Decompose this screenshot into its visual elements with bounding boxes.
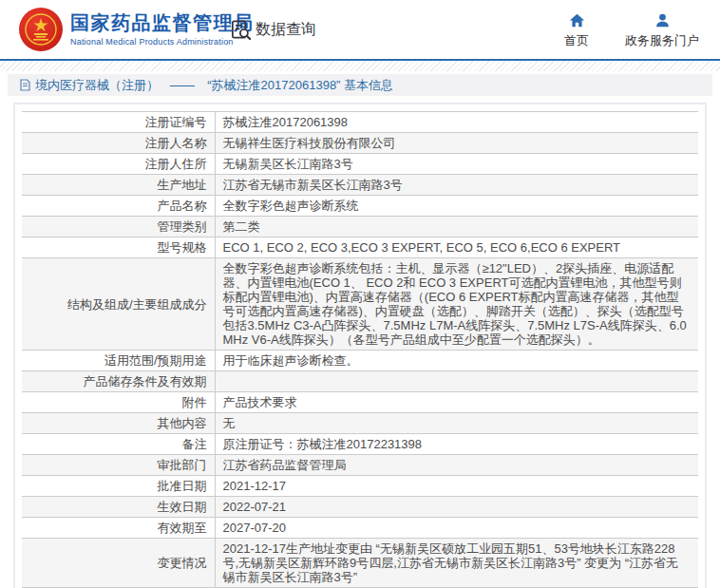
- user-icon: [654, 12, 671, 28]
- row-value: 江苏省无锡市新吴区长江南路3号: [215, 175, 698, 196]
- breadcrumb-detail: “苏械注准20172061398” 基本信息: [207, 78, 393, 92]
- breadcrumb-category: 境内医疗器械（注册）: [35, 78, 159, 92]
- table-row: 审批部门江苏省药品监督管理局: [22, 455, 698, 476]
- row-value: 2027-07-20: [215, 518, 698, 539]
- row-label: 管理类别: [22, 217, 215, 237]
- row-label: 产品储存条件及有效期: [22, 371, 215, 392]
- national-emblem-icon: [25, 13, 57, 46]
- data-query-button[interactable]: 数据查询: [230, 19, 316, 41]
- table-row: 批准日期2021-12-17: [22, 476, 698, 497]
- hatch-texture-band: [0, 61, 720, 71]
- row-label: 生效日期: [22, 497, 215, 518]
- row-label: 批准日期: [22, 476, 215, 497]
- row-label: 生产地址: [22, 175, 215, 196]
- nav-home[interactable]: 首页: [564, 12, 589, 49]
- data-query-icon: [230, 19, 252, 41]
- row-label: 备注: [22, 434, 215, 455]
- breadcrumb-dash: ——: [170, 78, 195, 92]
- nav-gov-portal[interactable]: 政务服务门户: [625, 12, 699, 49]
- table-row: 产品储存条件及有效期: [22, 371, 698, 392]
- table-row: 注册人名称无锡祥生医疗科技股份有限公司: [22, 133, 698, 154]
- table-row: 管理类别第二类: [22, 217, 698, 237]
- org-name-cn: 国家药品监督管理局: [70, 11, 255, 34]
- nav-gov-portal-label: 政务服务门户: [625, 32, 699, 49]
- row-value: 无锡祥生医疗科技股份有限公司: [215, 133, 698, 154]
- row-label: 注册人名称: [22, 133, 215, 154]
- row-label: 其他内容: [22, 413, 215, 434]
- table-row: 有效期至2027-07-20: [22, 518, 698, 539]
- row-label: 附件: [22, 392, 215, 413]
- registration-info-panel: 注册证编号苏械注准20172061398注册人名称无锡祥生医疗科技股份有限公司注…: [13, 103, 707, 588]
- org-title-block: 国家药品监督管理局 National Medical Products Admi…: [70, 11, 255, 47]
- row-label: 有效期至: [22, 518, 215, 539]
- data-query-label: 数据查询: [256, 20, 316, 40]
- row-value: 第二类: [215, 217, 698, 237]
- row-label: 适用范围/预期用途: [22, 351, 215, 371]
- row-value: 全数字彩色超声诊断系统: [215, 196, 698, 217]
- table-row: 生产地址江苏省无锡市新吴区长江南路3号: [22, 175, 698, 196]
- nmpa-emblem-logo: [19, 8, 63, 51]
- row-value: 江苏省药品监督管理局: [215, 455, 698, 476]
- row-label: 审批部门: [22, 455, 215, 476]
- row-value: 2022-07-21: [215, 497, 698, 518]
- table-row: 生效日期2022-07-21: [22, 497, 698, 518]
- document-icon: [20, 79, 30, 91]
- row-label: 产品名称: [22, 196, 215, 217]
- row-value: [215, 371, 698, 392]
- table-row: 注册人住所无锡新吴区长江南路3号: [22, 154, 698, 175]
- row-value: 原注册证号：苏械注准20172231398: [215, 434, 698, 455]
- row-label: 注册人住所: [22, 154, 215, 175]
- org-name-en: National Medical Products Administration: [70, 37, 255, 47]
- table-row: 注册证编号苏械注准20172061398: [22, 112, 698, 133]
- table-row: 结构及组成/主要组成成分全数字彩色超声诊断系统包括：主机、显示器（≥12"LED…: [22, 258, 698, 351]
- row-label: 注册证编号: [22, 112, 215, 133]
- row-value: 用于临床超声诊断检查。: [215, 351, 698, 371]
- row-value: 无锡新吴区长江南路3号: [215, 154, 698, 175]
- row-value: ECO 1, ECO 2, ECO 3,ECO 3 EXPERT, ECO 5,…: [215, 237, 698, 258]
- site-header: 国家药品监督管理局 National Medical Products Admi…: [0, 0, 720, 59]
- row-label: 结构及组成/主要组成成分: [22, 258, 215, 351]
- row-value: 2021-12-17: [215, 476, 698, 497]
- table-row: 其他内容无: [22, 413, 698, 434]
- row-value: 苏械注准20172061398: [215, 112, 698, 133]
- table-row: 型号规格ECO 1, ECO 2, ECO 3,ECO 3 EXPERT, EC…: [22, 237, 698, 258]
- row-value: 无: [215, 413, 698, 434]
- row-label: 变更情况: [22, 539, 215, 588]
- breadcrumb: 境内医疗器械（注册） —— “苏械注准20172061398” 基本信息: [8, 74, 712, 96]
- row-value: 产品技术要求: [215, 392, 698, 413]
- table-row: 产品名称全数字彩色超声诊断系统: [22, 196, 698, 217]
- registration-info-table: 注册证编号苏械注准20172061398注册人名称无锡祥生医疗科技股份有限公司注…: [22, 111, 698, 588]
- table-row: 备注原注册证号：苏械注准20172231398: [22, 434, 698, 455]
- info-table-body: 注册证编号苏械注准20172061398注册人名称无锡祥生医疗科技股份有限公司注…: [22, 112, 698, 588]
- home-icon: [569, 12, 585, 28]
- nav-home-label: 首页: [564, 32, 589, 49]
- table-row: 变更情况2021-12-17生产地址变更由 “无锡新吴区硕放工业园五期51、53…: [22, 539, 698, 588]
- table-row: 附件产品技术要求: [22, 392, 698, 413]
- breadcrumb-text: 境内医疗器械（注册） —— “苏械注准20172061398” 基本信息: [35, 77, 393, 94]
- row-value: 2021-12-17生产地址变更由 “无锡新吴区硕放工业园五期51、53号地块长…: [215, 539, 698, 588]
- table-row: 适用范围/预期用途用于临床超声诊断检查。: [22, 351, 698, 371]
- header-nav: 首页 政务服务门户: [564, 12, 699, 49]
- row-label: 型号规格: [22, 237, 215, 258]
- row-value: 全数字彩色超声诊断系统包括：主机、显示器（≥12"LED）、2探头插座、电源适配…: [215, 258, 698, 351]
